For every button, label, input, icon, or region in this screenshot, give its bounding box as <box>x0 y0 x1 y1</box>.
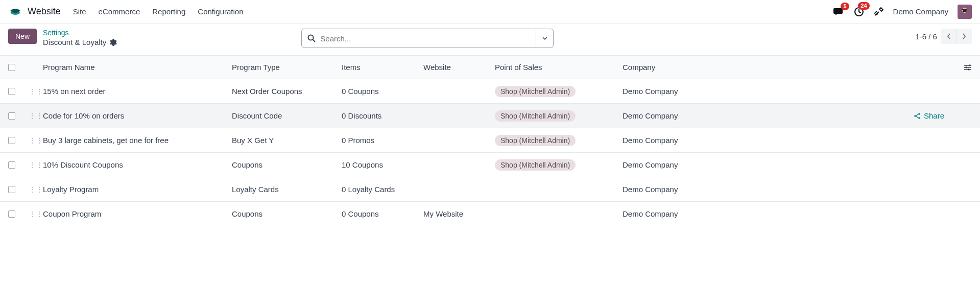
new-button[interactable]: New <box>8 29 37 44</box>
cell-website: My Website <box>423 209 495 218</box>
pager-text[interactable]: 1-6 / 6 <box>915 32 937 41</box>
svg-point-8 <box>968 68 970 70</box>
row-checkbox[interactable] <box>8 112 15 120</box>
user-avatar[interactable] <box>958 5 972 19</box>
cell-type: Coupons <box>232 209 342 218</box>
nav-item-site[interactable]: Site <box>73 7 86 16</box>
cell-company: Demo Company <box>623 136 714 145</box>
cell-company: Demo Company <box>623 209 714 218</box>
cell-type: Discount Code <box>232 111 342 120</box>
pager-next-button[interactable] <box>957 29 972 44</box>
nav-item-reporting[interactable]: Reporting <box>152 7 185 16</box>
table-row[interactable]: ⋮⋮10% Discount CouponsCoupons10 CouponsS… <box>0 153 980 177</box>
table-header: Program Name Program Type Items Website … <box>0 56 980 79</box>
col-header-name[interactable]: Program Name <box>43 63 232 72</box>
col-header-pos[interactable]: Point of Sales <box>495 63 623 72</box>
search-wrap <box>301 29 554 48</box>
row-checkbox[interactable] <box>8 161 15 169</box>
row-checkbox[interactable] <box>8 88 15 95</box>
breadcrumb: Settings Discount & Loyalty <box>43 29 117 46</box>
col-header-company[interactable]: Company <box>623 63 714 72</box>
cell-name: 10% Discount Coupons <box>43 160 232 169</box>
search-options-toggle[interactable] <box>536 29 554 48</box>
cell-name: Coupon Program <box>43 209 232 218</box>
table-row[interactable]: ⋮⋮Loyalty ProgramLoyalty Cards0 Loyalty … <box>0 177 980 202</box>
row-checkbox[interactable] <box>8 210 15 218</box>
cell-items: 0 Coupons <box>342 87 423 96</box>
cell-name: Loyalty Program <box>43 185 232 194</box>
messages-badge: 5 <box>841 3 849 10</box>
drag-handle-icon[interactable]: ⋮⋮ <box>29 87 43 96</box>
cell-type: Coupons <box>232 160 342 169</box>
col-header-items[interactable]: Items <box>342 63 423 72</box>
cell-pos: Shop (Mitchell Admin) <box>495 135 623 146</box>
cell-company: Demo Company <box>623 87 714 96</box>
cell-company: Demo Company <box>623 160 714 169</box>
svg-rect-4 <box>963 10 967 12</box>
nav-item-ecommerce[interactable]: eCommerce <box>99 7 140 16</box>
activities-badge: 24 <box>858 2 869 10</box>
cell-items: 0 Discounts <box>342 111 423 120</box>
pos-tag[interactable]: Shop (Mitchell Admin) <box>495 135 576 146</box>
cell-name: 15% on next order <box>43 87 232 96</box>
drag-handle-icon[interactable]: ⋮⋮ <box>29 185 43 194</box>
svg-rect-3 <box>962 9 967 10</box>
table-row[interactable]: ⋮⋮Coupon ProgramCoupons0 CouponsMy Websi… <box>0 202 980 226</box>
svg-point-6 <box>969 64 971 66</box>
cell-type: Next Order Coupons <box>232 87 342 96</box>
cell-items: 10 Coupons <box>342 160 423 169</box>
pos-tag[interactable]: Shop (Mitchell Admin) <box>495 110 576 122</box>
cell-company: Demo Company <box>623 185 714 194</box>
pager: 1-6 / 6 <box>915 29 972 44</box>
pos-tag[interactable]: Shop (Mitchell Admin) <box>495 159 576 171</box>
top-nav: Website Site eCommerce Reporting Configu… <box>0 0 980 23</box>
table-row[interactable]: ⋮⋮Buy 3 large cabinets, get one for free… <box>0 128 980 153</box>
row-checkbox[interactable] <box>8 186 15 193</box>
pos-tag[interactable]: Shop (Mitchell Admin) <box>495 86 576 97</box>
table-row[interactable]: ⋮⋮Code for 10% on ordersDiscount Code0 D… <box>0 104 980 128</box>
cell-items: 0 Coupons <box>342 209 423 218</box>
row-checkbox[interactable] <box>8 137 15 144</box>
svg-point-9 <box>914 115 916 117</box>
optional-fields-icon[interactable] <box>957 64 972 71</box>
search-box[interactable] <box>301 29 536 48</box>
gear-icon[interactable] <box>109 38 117 46</box>
drag-handle-icon[interactable]: ⋮⋮ <box>29 210 43 218</box>
search-input[interactable] <box>320 34 531 43</box>
cell-name: Buy 3 large cabinets, get one for free <box>43 136 232 145</box>
activities-icon[interactable]: 24 <box>853 6 865 17</box>
drag-handle-icon[interactable]: ⋮⋮ <box>29 112 43 120</box>
breadcrumb-current: Discount & Loyalty <box>43 38 106 46</box>
company-switcher[interactable]: Demo Company <box>893 7 948 16</box>
cell-items: 0 Loyalty Cards <box>342 185 423 194</box>
cell-company: Demo Company <box>623 111 714 120</box>
svg-point-7 <box>965 66 967 68</box>
control-bar: New Settings Discount & Loyalty 1-6 / 6 <box>0 23 980 55</box>
app-title[interactable]: Website <box>28 6 61 17</box>
col-header-type[interactable]: Program Type <box>232 63 342 72</box>
cell-items: 0 Promos <box>342 136 423 145</box>
search-icon <box>307 34 316 43</box>
cell-name: Code for 10% on orders <box>43 111 232 120</box>
cell-type: Loyalty Cards <box>232 185 342 194</box>
cell-pos: Shop (Mitchell Admin) <box>495 110 623 122</box>
messages-icon[interactable]: 5 <box>833 7 844 17</box>
pager-prev-button[interactable] <box>941 29 957 44</box>
cell-pos: Shop (Mitchell Admin) <box>495 159 623 171</box>
share-button[interactable]: Share <box>914 111 944 120</box>
nav-item-configuration[interactable]: Configuration <box>198 7 243 16</box>
drag-handle-icon[interactable]: ⋮⋮ <box>29 161 43 169</box>
breadcrumb-parent[interactable]: Settings <box>43 29 117 37</box>
cell-type: Buy X Get Y <box>232 136 342 145</box>
table-row[interactable]: ⋮⋮15% on next orderNext Order Coupons0 C… <box>0 79 980 104</box>
tools-icon[interactable] <box>874 7 884 17</box>
select-all-checkbox[interactable] <box>8 64 15 71</box>
drag-handle-icon[interactable]: ⋮⋮ <box>29 136 43 145</box>
col-header-website[interactable]: Website <box>423 63 495 72</box>
table: Program Name Program Type Items Website … <box>0 55 980 226</box>
app-logo-icon[interactable] <box>8 5 22 19</box>
cell-pos: Shop (Mitchell Admin) <box>495 86 623 97</box>
nav-menu: Site eCommerce Reporting Configuration <box>73 7 244 16</box>
